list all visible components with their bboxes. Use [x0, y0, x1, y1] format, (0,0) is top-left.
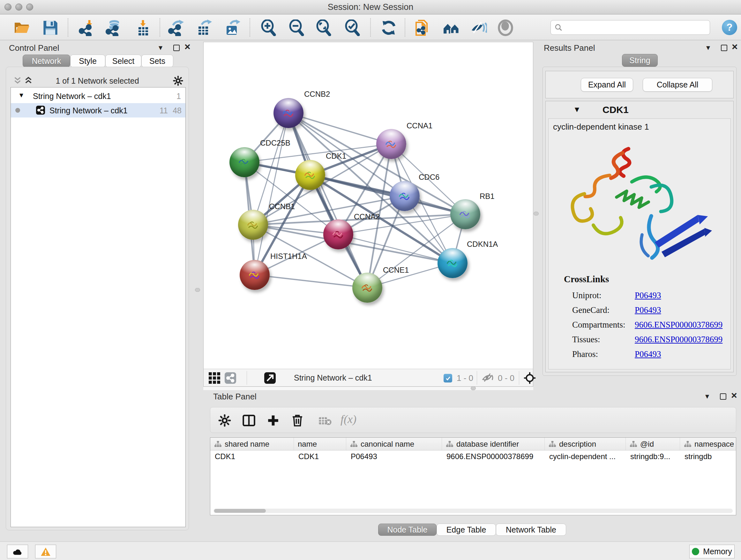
- hide-selected-button[interactable]: [470, 19, 488, 37]
- network-row[interactable]: String Network – cdk1 11 48: [11, 103, 185, 118]
- tab-string[interactable]: String: [622, 54, 658, 67]
- splitter-handle[interactable]: [471, 386, 476, 390]
- table-cell[interactable]: 9606.ENSP00000378699: [442, 450, 545, 462]
- table-cell[interactable]: CDK1: [294, 450, 346, 462]
- refresh-view-button[interactable]: [380, 19, 398, 37]
- panel-close-icon[interactable]: ×: [732, 41, 738, 53]
- network-options-gear-icon[interactable]: [173, 75, 184, 86]
- tab-network-table[interactable]: Network Table: [496, 523, 566, 536]
- zoom-out-button[interactable]: [287, 19, 305, 37]
- tab-node-table[interactable]: Node Table: [378, 523, 436, 536]
- table-row[interactable]: CDK1CDK1P064939606.ENSP00000378699cyclin…: [210, 450, 736, 462]
- network-node-cdk1[interactable]: [295, 160, 325, 190]
- splitter-handle[interactable]: [195, 288, 200, 292]
- tab-edge-table[interactable]: Edge Table: [436, 523, 496, 536]
- horizontal-scrollbar[interactable]: [213, 509, 733, 513]
- network-node-ccna2[interactable]: [323, 219, 353, 249]
- table-options-gear-icon[interactable]: [218, 414, 231, 427]
- import-network-database-button[interactable]: [105, 19, 123, 37]
- tab-style[interactable]: Style: [70, 55, 105, 67]
- tab-select[interactable]: Select: [105, 55, 141, 67]
- network-node-cdkn1a[interactable]: [437, 248, 468, 278]
- search-input[interactable]: [565, 23, 706, 32]
- network-edge[interactable]: [288, 113, 391, 144]
- column-header-shared-name[interactable]: shared name: [210, 438, 294, 450]
- tab-network[interactable]: Network: [23, 55, 70, 67]
- crosslink-link[interactable]: P06493: [635, 349, 661, 359]
- help-button[interactable]: ?: [722, 20, 737, 35]
- network-node-ccna1[interactable]: [376, 129, 406, 159]
- export-network-button[interactable]: [167, 19, 185, 37]
- network-node-cdc6[interactable]: [390, 181, 420, 211]
- network-edge[interactable]: [288, 113, 367, 288]
- delete-column-trash-icon[interactable]: [291, 414, 304, 427]
- export-table-button[interactable]: [195, 19, 213, 37]
- network-node-ccnb2[interactable]: [273, 98, 304, 128]
- import-network-file-button[interactable]: [78, 19, 96, 37]
- crosshair-icon[interactable]: [523, 372, 536, 384]
- column-header-namespace[interactable]: namespace: [680, 438, 736, 450]
- zoom-selected-button[interactable]: [343, 19, 361, 37]
- add-column-icon[interactable]: [266, 414, 280, 427]
- network-node-cdc25b[interactable]: [229, 147, 259, 177]
- network-canvas[interactable]: CCNB2 CCNA1 CDC25B CDK1 CDC6 RB1 CCNB1 C…: [204, 42, 533, 369]
- table-cell[interactable]: cyclin-dependent ...: [545, 450, 626, 462]
- zoom-fit-button[interactable]: [314, 19, 332, 37]
- zoom-in-button[interactable]: [259, 19, 277, 37]
- table-cell[interactable]: CDK1: [210, 450, 294, 462]
- splitter-handle[interactable]: [534, 212, 539, 215]
- column-header-database-identifier[interactable]: database identifier: [442, 438, 545, 450]
- table-cell[interactable]: stringdb:9...: [626, 450, 680, 462]
- network-edge[interactable]: [255, 113, 288, 275]
- panel-close-icon[interactable]: ×: [185, 41, 191, 53]
- network-collection-row[interactable]: ▼ String Network – cdk1 1: [11, 89, 185, 103]
- column-header--id[interactable]: @id: [626, 438, 680, 450]
- show-columns-icon[interactable]: [242, 414, 256, 427]
- crosslink-link[interactable]: 9606.ENSP00000378699: [635, 320, 723, 330]
- crosslink-link[interactable]: 9606.ENSP00000378699: [635, 334, 723, 345]
- import-public-databases-button[interactable]: [414, 19, 431, 37]
- network-edge[interactable]: [310, 175, 465, 214]
- panel-menu-icon[interactable]: ▾: [158, 43, 162, 52]
- show-all-button[interactable]: [496, 19, 515, 37]
- network-node-ccnb1[interactable]: [238, 210, 268, 240]
- import-table-file-button[interactable]: [134, 19, 152, 37]
- network-edge[interactable]: [255, 275, 367, 288]
- open-session-button[interactable]: [13, 19, 30, 37]
- cloud-button[interactable]: [7, 545, 28, 558]
- save-session-button[interactable]: [42, 19, 59, 37]
- protein-section-header[interactable]: ▼ CDK1: [546, 101, 733, 118]
- export-image-button[interactable]: [223, 19, 241, 37]
- tab-sets[interactable]: Sets: [141, 55, 173, 67]
- table-cell[interactable]: stringdb: [680, 450, 736, 462]
- selected-checkbox[interactable]: [444, 374, 452, 382]
- first-neighbors-button[interactable]: [442, 19, 460, 37]
- column-header-canonical-name[interactable]: canonical name: [346, 438, 442, 450]
- table-cell[interactable]: P06493: [346, 450, 442, 462]
- crosslink-link[interactable]: P06493: [635, 305, 661, 315]
- network-node-hist1h1a[interactable]: [240, 260, 270, 290]
- expand-all-button[interactable]: Expand All: [581, 78, 633, 91]
- memory-button[interactable]: Memory: [689, 545, 735, 558]
- section-expander-icon[interactable]: ▼: [573, 105, 581, 114]
- panel-menu-icon[interactable]: ▾: [706, 43, 710, 52]
- column-header-description[interactable]: description: [545, 438, 626, 450]
- function-builder-icon: f(x): [340, 413, 356, 426]
- panel-menu-icon[interactable]: ▾: [705, 392, 709, 401]
- network-node-rb1[interactable]: [450, 199, 480, 229]
- warnings-button[interactable]: [35, 545, 56, 558]
- panel-close-icon[interactable]: ×: [731, 389, 737, 401]
- panel-float-icon[interactable]: [173, 45, 180, 51]
- birdseye-view-icon[interactable]: [264, 372, 276, 384]
- grid-view-icon[interactable]: [209, 372, 220, 384]
- horizontal-splitter[interactable]: [203, 387, 533, 390]
- collection-expander-icon[interactable]: ▼: [18, 91, 24, 99]
- network-node-ccne1[interactable]: [352, 273, 382, 303]
- crosslink-link[interactable]: P06493: [635, 291, 661, 300]
- collapse-all-button[interactable]: Collapse All: [643, 78, 712, 91]
- scrollbar-thumb[interactable]: [214, 509, 266, 513]
- panel-float-icon[interactable]: [721, 45, 727, 51]
- column-header-name[interactable]: name: [294, 438, 346, 450]
- panel-float-icon[interactable]: [720, 393, 726, 400]
- network-view-mode-icon[interactable]: [225, 372, 236, 384]
